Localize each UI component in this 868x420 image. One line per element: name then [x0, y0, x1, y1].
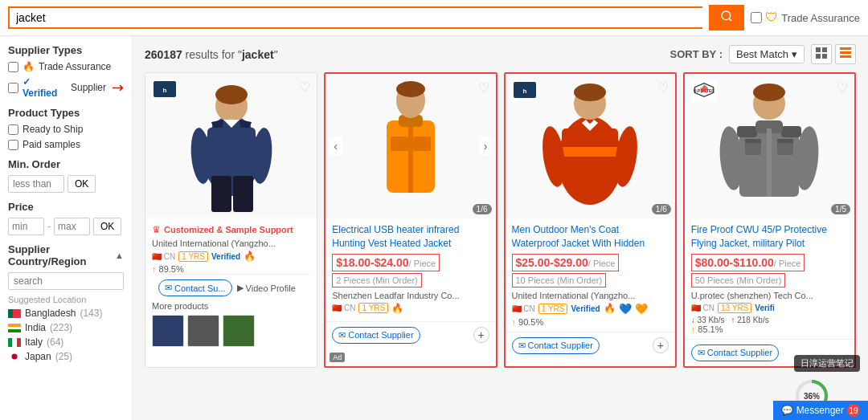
trade-assurance-checkbox[interactable]: [751, 12, 762, 23]
country-count-japan: (25): [55, 351, 72, 362]
min-order-row: OK: [8, 175, 124, 193]
arrow-red-icon: ↗: [107, 77, 128, 98]
verified-supplier-checkbox[interactable]: [8, 83, 18, 93]
thumb-1[interactable]: [152, 315, 184, 347]
trade-assurance-filter[interactable]: 🔥 Trade Assurance: [8, 61, 124, 72]
product-info-2: Electrical USB heater infrared Hunting V…: [326, 218, 495, 321]
tag-yrs-3: 1 YRS: [538, 304, 568, 314]
product-card-4[interactable]: ♡ U.PROTEC 1/5 Fire Proof CWU 45/P Prote…: [683, 72, 856, 368]
response-rate-1: ↑ 89.5%: [152, 264, 310, 274]
carousel-prev-2[interactable]: ‹: [329, 137, 342, 156]
supplier-name-2: Shenzhen Leadfar Industry Co...: [332, 291, 489, 300]
min-order-title: Min. Order: [8, 158, 124, 170]
min-order-suffix-3: (Min Order): [557, 275, 602, 285]
search-input[interactable]: [10, 8, 702, 27]
min-order-block-4: 50 Pieces (Min Order): [691, 273, 848, 291]
tag-cn-3: 🇨🇳 CN: [512, 304, 535, 313]
paid-samples-label: Paid samples: [23, 139, 80, 150]
product-card-1[interactable]: ♡ h ♛ Customized & Sample Support United…: [145, 72, 317, 368]
verified-supplier-filter[interactable]: ✓ Verified Supplier ↗: [8, 76, 124, 99]
product-card-2[interactable]: ♡ ‹ › 1/6 Electrical USB heater infrared…: [324, 72, 497, 368]
heart-icon-1[interactable]: ♡: [299, 80, 310, 95]
arrow-up-icon-1: ↑: [152, 264, 157, 274]
supplier-name-3: United International (Yangzho...: [512, 291, 669, 300]
min-order-ok-button[interactable]: OK: [68, 175, 96, 193]
more-products-thumbs: [152, 315, 310, 347]
product-info-4: Fire Proof CWU 45/P Protective Flying Ja…: [685, 218, 854, 339]
min-order-2: 2 Pieces (Min Order): [332, 273, 422, 287]
country-count-india: (223): [50, 322, 72, 333]
video-button-1[interactable]: ▶ Video Profile: [237, 283, 296, 293]
supplier-country-header[interactable]: Supplier Country/Region ▲: [8, 243, 124, 267]
contact-button-1[interactable]: ✉ Contact Su...: [158, 279, 232, 296]
list-view-button[interactable]: [835, 44, 856, 64]
contact-button-3[interactable]: ✉ Contact Supplier: [512, 337, 600, 354]
paid-samples-checkbox[interactable]: [8, 140, 18, 150]
country-search-input[interactable]: [8, 272, 124, 290]
search-button[interactable]: [709, 5, 744, 31]
sort-bar: SORT BY : Best Match ▾: [669, 44, 856, 64]
heart-icon-4[interactable]: ♡: [837, 80, 848, 96]
ready-to-ship-checkbox[interactable]: [8, 124, 18, 135]
messenger-button[interactable]: 💬 Messenger 19: [773, 401, 868, 420]
img-counter-4: 1/5: [831, 204, 850, 214]
svg-rect-19: [233, 176, 253, 212]
paid-samples-filter[interactable]: Paid samples: [8, 139, 124, 150]
video-label-1: Video Profile: [246, 283, 296, 293]
supplier-types-title: Supplier Types: [8, 44, 124, 56]
country-item-italy[interactable]: Italy (64): [8, 336, 124, 348]
supplier-tags-3: 🇨🇳 CN 1 YRS Verified 🔥 💙 🧡: [512, 303, 669, 315]
add-button-3[interactable]: +: [653, 337, 669, 353]
mail-icon-3: ✉: [518, 340, 526, 351]
price-max-input[interactable]: [54, 218, 90, 235]
price-min-input[interactable]: [8, 218, 44, 235]
trade-assurance-icon: 🛡: [765, 10, 778, 25]
card-1-body: ♛ Customized & Sample Support United Int…: [145, 218, 317, 353]
svg-rect-5: [822, 54, 827, 59]
country-item-india[interactable]: India (223): [8, 322, 124, 333]
messenger-badge: 19: [847, 404, 860, 417]
country-name-india: India: [25, 322, 46, 333]
heart-icon-2[interactable]: ♡: [478, 80, 489, 96]
svg-rect-2: [816, 47, 821, 52]
verified-supplier-label: ✓ Verified: [23, 76, 67, 99]
arrow-up-icon-3: ↑: [512, 317, 517, 327]
contact-label-3: Contact Supplier: [528, 340, 593, 350]
price-ok-button[interactable]: OK: [93, 218, 121, 235]
min-order-suffix-4: (Min Order): [736, 275, 781, 285]
view-icons: [811, 44, 856, 64]
min-order-input[interactable]: [8, 175, 64, 193]
product-title-4: Fire Proof CWU 45/P Protective Flying Ja…: [691, 223, 848, 251]
results-number: 260187: [145, 48, 182, 61]
country-item-bangladesh[interactable]: Bangladesh (143): [8, 308, 124, 319]
messenger-label: Messenger: [796, 405, 844, 416]
ready-to-ship-filter[interactable]: Ready to Ship: [8, 124, 124, 135]
sort-select[interactable]: Best Match ▾: [729, 45, 805, 63]
carousel-next-2[interactable]: ›: [479, 137, 493, 156]
tag-flame-2: 🔥: [391, 303, 403, 314]
svg-point-0: [722, 11, 731, 20]
results-header: 260187 results for "jacket" SORT BY : Be…: [145, 44, 856, 64]
trade-assurance-checkbox-filter[interactable]: [8, 62, 18, 72]
svg-rect-32: [562, 147, 618, 157]
add-button-2[interactable]: +: [473, 327, 489, 343]
contact-button-4[interactable]: ✉ Contact Supplier: [691, 345, 779, 361]
product-card-3[interactable]: ♡ h 1/6 Men Outdoor Men's Coat Waterproo…: [504, 72, 677, 368]
contact-button-2[interactable]: ✉ Contact Supplier: [332, 327, 420, 344]
tag-cn-4: 🇨🇳 CN: [691, 304, 714, 312]
svg-rect-15: [207, 128, 256, 176]
speed-info: ↓ 33 Kb/s ↑ 218 Kb/s: [691, 316, 848, 324]
grid-view-button[interactable]: [811, 44, 832, 64]
thumb-2[interactable]: [187, 315, 219, 347]
heart-icon-3[interactable]: ♡: [657, 80, 669, 96]
watermark: 日淳运营笔记: [794, 355, 860, 372]
main-layout: Supplier Types 🔥 Trade Assurance ✓ Verif…: [0, 36, 868, 420]
search-bar[interactable]: [8, 6, 702, 29]
supplier-country-title: Supplier Country/Region: [8, 243, 115, 267]
thumb-3[interactable]: [223, 315, 255, 347]
country-name-italy: Italy: [25, 336, 43, 348]
supplier-tags-2: 🇨🇳 CN 1 YRS 🔥: [332, 303, 489, 314]
dl-speed: ↓ 33 Kb/s: [691, 316, 725, 324]
country-item-japan[interactable]: Japan (25): [8, 351, 124, 362]
more-products-label: More products: [152, 301, 310, 311]
